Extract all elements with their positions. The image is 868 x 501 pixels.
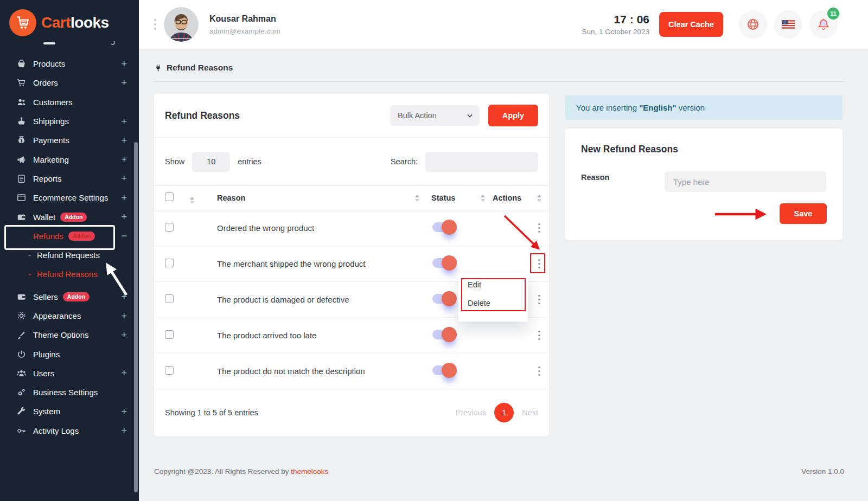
sidebar-item-activity-logs[interactable]: Activity Logs + (0, 421, 139, 440)
column-header-status[interactable]: Status (431, 194, 455, 202)
status-toggle[interactable] (432, 258, 455, 268)
save-button[interactable]: Save (780, 203, 827, 224)
expand-toggle-icon[interactable]: − (121, 231, 127, 241)
sidebar-item-refund-requests[interactable]: - Refund Requests (0, 246, 139, 265)
row-actions-kebab-icon[interactable] (536, 293, 542, 307)
toggle-knob (442, 291, 457, 306)
status-toggle[interactable] (432, 294, 455, 304)
expand-toggle-icon[interactable]: + (121, 292, 127, 301)
sidebar-item-plugins[interactable]: Plugins (0, 344, 139, 363)
language-version-alert: You are inserting "English" version (565, 95, 843, 120)
row-actions-kebab-icon[interactable] (536, 221, 542, 235)
column-header-actions[interactable]: Actions (493, 194, 521, 202)
sidebar-item-label: Business Settings (33, 388, 98, 397)
sort-icon[interactable] (481, 195, 485, 202)
status-toggle[interactable] (432, 330, 455, 339)
sidebar-item-reports[interactable]: Reports + (0, 169, 139, 188)
sidebar-item-sellers[interactable]: Sellers Addon + (0, 287, 139, 306)
expand-toggle-icon[interactable]: + (121, 117, 127, 126)
row-checkbox[interactable] (165, 294, 174, 303)
clear-cache-button[interactable]: Clear Cache (659, 12, 723, 37)
sidebar-toggle-kebab-icon[interactable] (154, 19, 156, 30)
sidebar-item-label: Plugins (33, 350, 60, 359)
sort-icon[interactable] (537, 195, 541, 202)
row-checkbox[interactable] (165, 330, 174, 339)
status-toggle[interactable] (432, 365, 455, 375)
sidebar-item-payments[interactable]: Payments + (0, 131, 139, 150)
sidebar-item-system[interactable]: System + (0, 402, 139, 421)
power-icon (16, 349, 27, 359)
plug-icon (154, 64, 162, 72)
sidebar-subitem-label: Refund Reasons (37, 269, 98, 279)
expand-toggle-icon[interactable]: + (121, 407, 127, 416)
entries-count-input[interactable] (192, 152, 230, 172)
current-page-button[interactable]: 1 (494, 403, 514, 422)
row-actions-kebab-icon[interactable] (536, 364, 542, 378)
sidebar-item-refund-reasons[interactable]: - Refund Reasons (0, 265, 139, 284)
sidebar-item-appearances[interactable]: Appearances + (0, 306, 139, 325)
sidebar-scrollbar[interactable] (134, 142, 138, 492)
expand-toggle-icon[interactable]: + (121, 426, 127, 435)
sidebar-item-refunds[interactable]: Refunds Addon − (0, 227, 139, 246)
ship-icon (16, 116, 27, 126)
column-header-reason[interactable]: Reason (217, 194, 245, 202)
expand-toggle-icon[interactable]: + (121, 311, 127, 321)
row-actions-kebab-icon[interactable] (536, 257, 542, 271)
status-toggle[interactable] (432, 222, 455, 232)
language-globe-button[interactable] (739, 10, 767, 38)
sidebar-item-theme-options[interactable]: Theme Options + (0, 325, 139, 344)
sidebar-item-marketing[interactable]: Marketing + (0, 150, 139, 169)
sidebar-item-label: Ecommerce Settings (33, 193, 108, 202)
locale-flag-button[interactable] (774, 10, 802, 38)
notifications-button[interactable]: 11 (809, 10, 838, 38)
expand-toggle-icon[interactable]: + (121, 155, 127, 164)
context-menu-edit[interactable]: Edit (458, 275, 528, 294)
wrench-icon (16, 406, 27, 416)
time: 17 : 06 (582, 13, 649, 26)
sidebar-item-customers[interactable]: Customers (0, 93, 139, 112)
expand-toggle-icon[interactable]: + (121, 174, 127, 183)
sidebar-item-shippings[interactable]: Shippings + (0, 112, 139, 131)
themelooks-link[interactable]: themelooks (291, 467, 328, 476)
row-checkbox[interactable] (165, 259, 174, 267)
row-checkbox[interactable] (165, 223, 174, 232)
sidebar-item-ecommerce-settings[interactable]: Ecommerce Settings + (0, 188, 139, 207)
sort-icon[interactable] (415, 195, 419, 202)
select-all-checkbox[interactable] (165, 192, 174, 201)
context-menu-delete[interactable]: Delete (458, 294, 528, 312)
apply-button[interactable]: Apply (488, 105, 538, 126)
sidebar-subitem-label: Refund Requests (37, 251, 100, 260)
reason-input[interactable] (665, 171, 826, 192)
brand-logo[interactable]: Cartlooks (0, 0, 139, 36)
entries-summary: Showing 1 to 5 of 5 entries (165, 408, 258, 417)
avatar[interactable] (164, 7, 199, 42)
search-input[interactable] (425, 152, 538, 172)
refund-reasons-card: Refund Reasons Bulk Action Apply Show en… (154, 94, 549, 436)
divider (154, 81, 844, 82)
sidebar-item-wallet[interactable]: Wallet Addon + (0, 207, 139, 226)
expand-toggle-icon[interactable]: + (121, 330, 127, 340)
toggle-knob (442, 220, 457, 235)
new-refund-reason-card: New Refund Reasons Reason Save (565, 129, 843, 240)
next-page-button[interactable]: Next (522, 408, 538, 417)
row-checkbox[interactable] (165, 366, 174, 375)
expand-toggle-icon[interactable]: + (121, 78, 127, 88)
sidebar-item-business-settings[interactable]: Business Settings (0, 383, 139, 402)
expand-toggle-icon[interactable]: + (121, 59, 127, 69)
expand-toggle-icon[interactable]: + (121, 368, 127, 378)
row-actions-kebab-icon[interactable] (536, 329, 542, 343)
bulk-action-select[interactable]: Bulk Action (390, 105, 480, 126)
sidebar-item-products[interactable]: Products + (0, 54, 139, 73)
sidebar-item-label: Refunds (33, 232, 63, 241)
expand-toggle-icon[interactable]: + (121, 212, 127, 222)
report-icon (16, 174, 27, 184)
wallet-icon (16, 212, 27, 222)
sort-icon[interactable] (190, 197, 194, 204)
sidebar-item-orders[interactable]: Orders + (0, 73, 139, 92)
expand-toggle-icon[interactable]: + (121, 136, 127, 145)
bulk-action-value: Bulk Action (398, 111, 437, 120)
sidebar-item-users[interactable]: Users + (0, 364, 139, 383)
expand-toggle-icon[interactable]: + (121, 193, 127, 203)
customers-icon (16, 97, 27, 107)
previous-page-button[interactable]: Previous (456, 408, 486, 417)
